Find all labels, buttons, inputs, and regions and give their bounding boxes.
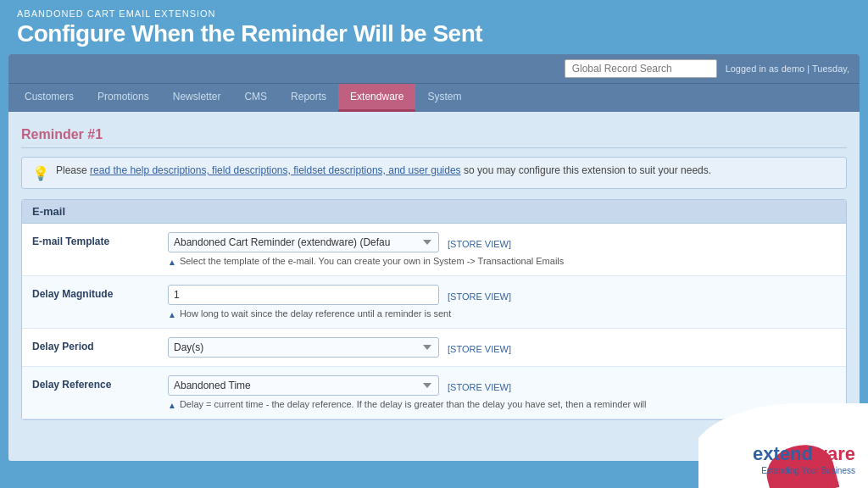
- info-box: 💡 Please read the help descriptions, fie…: [21, 157, 847, 189]
- page-header: ABANDONED CART EMAIL EXTENSION Configure…: [0, 0, 868, 54]
- email-template-store-view: [STORE VIEW]: [448, 236, 511, 249]
- delay-period-store-view: [STORE VIEW]: [448, 341, 511, 354]
- nav-item-system[interactable]: System: [415, 84, 473, 112]
- nav-bar: Customers Promotions Newsletter CMS Repo…: [8, 83, 860, 112]
- bulb-icon: 💡: [32, 165, 49, 181]
- delay-reference-store-view: [STORE VIEW]: [448, 379, 511, 392]
- email-section: E-mail E-mail Template Abandoned Cart Re…: [21, 199, 847, 420]
- email-template-select[interactable]: Abandoned Cart Reminder (extendware) (De…: [168, 232, 439, 252]
- content-area: Reminder #1 💡 Please read the help descr…: [8, 112, 860, 430]
- page-subtitle: ABANDONED CART EMAIL EXTENSION: [17, 8, 851, 19]
- delay-period-select[interactable]: Day(s) Hour(s) Minute(s): [168, 337, 439, 358]
- delay-magnitude-label: Delay Magnitude: [32, 285, 168, 300]
- delay-magnitude-row: Delay Magnitude [STORE VIEW] ▲ How long …: [22, 276, 846, 329]
- logo-text: extendware: [753, 443, 855, 465]
- email-template-label: E-mail Template: [32, 232, 168, 247]
- delay-period-control: Day(s) Hour(s) Minute(s) [STORE VIEW]: [168, 337, 836, 358]
- delay-reference-select[interactable]: Abandoned Time Order Time: [168, 375, 439, 396]
- extendware-logo: extendware Extending Your Business: [698, 403, 868, 488]
- email-template-row: E-mail Template Abandoned Cart Reminder …: [22, 224, 846, 276]
- help-link[interactable]: read the help descriptions, field descri…: [90, 164, 461, 176]
- logged-in-text: Logged in as demo | Tuesday,: [726, 64, 849, 74]
- email-template-control: Abandoned Cart Reminder (extendware) (De…: [168, 232, 836, 267]
- nav-item-promotions[interactable]: Promotions: [86, 84, 161, 112]
- delay-magnitude-hint: ▲ How long to wait since the delay refer…: [168, 308, 836, 319]
- logo-ware-suffix: ware: [813, 443, 855, 464]
- hint-triangle-icon-2: ▲: [168, 310, 176, 319]
- admin-panel: Logged in as demo | Tuesday, Customers P…: [8, 54, 860, 461]
- delay-magnitude-input[interactable]: [168, 285, 439, 305]
- nav-item-customers[interactable]: Customers: [13, 84, 86, 112]
- hint-triangle-icon-3: ▲: [168, 401, 176, 410]
- nav-item-extendware[interactable]: Extendware: [338, 84, 415, 112]
- section-title: E-mail: [22, 200, 846, 224]
- logo-content: extendware Extending Your Business: [753, 443, 855, 475]
- email-template-hint: ▲ Select the template of the e-mail. You…: [168, 256, 836, 267]
- admin-topbar: Logged in as demo | Tuesday,: [8, 54, 860, 83]
- nav-item-newsletter[interactable]: Newsletter: [161, 84, 233, 112]
- delay-magnitude-store-view: [STORE VIEW]: [448, 288, 511, 302]
- info-text: Please read the help descriptions, field…: [56, 164, 711, 176]
- page-title: Configure When the Reminder Will be Sent: [17, 20, 851, 47]
- nav-item-reports[interactable]: Reports: [279, 84, 338, 112]
- logo-ext-prefix: extend: [753, 443, 813, 464]
- delay-reference-label: Delay Reference: [32, 375, 168, 391]
- hint-triangle-icon: ▲: [168, 258, 176, 267]
- delay-period-label: Delay Period: [32, 337, 168, 352]
- delay-period-row: Delay Period Day(s) Hour(s) Minute(s) [S…: [22, 329, 846, 367]
- global-search-input[interactable]: [565, 59, 717, 78]
- delay-magnitude-control: [STORE VIEW] ▲ How long to wait since th…: [168, 285, 836, 319]
- nav-item-cms[interactable]: CMS: [232, 84, 279, 112]
- reminder-title: Reminder #1: [21, 122, 847, 148]
- logo-tagline: Extending Your Business: [753, 466, 855, 475]
